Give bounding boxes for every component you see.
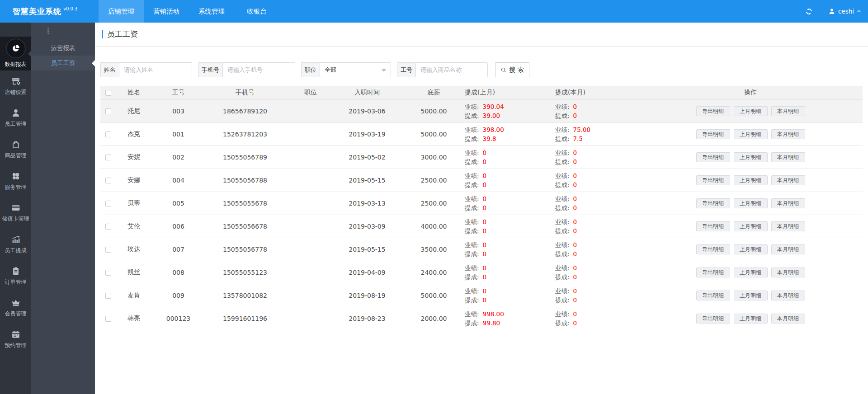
action-button-2[interactable]: 上月明细 xyxy=(734,152,768,162)
perf-value: 0 xyxy=(573,264,577,272)
sidebar-item-7[interactable]: 员工提成 xyxy=(0,229,31,260)
comm-label: 提成: xyxy=(465,112,479,119)
action-button-3[interactable]: 本月明细 xyxy=(771,267,805,277)
action-button-2[interactable]: 上月明细 xyxy=(734,314,768,324)
row-checkbox[interactable] xyxy=(105,155,111,160)
cell-commission-last: 业绩:0提成:0 xyxy=(458,169,548,192)
nav-tab-2[interactable]: 营销活动 xyxy=(144,0,189,23)
cell-commission-current: 业绩:75.00提成:7.5 xyxy=(548,122,638,145)
comm-value: 0 xyxy=(573,319,577,327)
action-button-2[interactable]: 上月明细 xyxy=(734,175,768,185)
action-button-1[interactable]: 导出明细 xyxy=(696,198,730,208)
menu-dots-icon[interactable] xyxy=(47,28,49,35)
nav-tab-1[interactable]: 店铺管理 xyxy=(99,0,144,23)
row-checkbox[interactable] xyxy=(105,293,111,299)
row-checkbox[interactable] xyxy=(105,224,111,230)
code-input[interactable] xyxy=(415,62,488,77)
position-select[interactable]: 全部 xyxy=(320,62,391,77)
row-checkbox[interactable] xyxy=(105,270,111,276)
sidebar-item-9[interactable]: 会员管理 xyxy=(0,292,31,324)
search-button[interactable]: 搜 索 xyxy=(495,62,529,77)
action-button-2[interactable]: 上月明细 xyxy=(734,244,768,254)
action-button-1[interactable]: 导出明细 xyxy=(696,106,730,116)
action-button-3[interactable]: 本月明细 xyxy=(771,106,805,116)
nav-tab-4[interactable]: 收银台 xyxy=(234,0,279,23)
sidebar-item-5[interactable]: 服务管理 xyxy=(0,165,31,197)
action-button-2[interactable]: 上月明细 xyxy=(734,221,768,231)
sidebar-item-4[interactable]: 商品管理 xyxy=(0,134,31,165)
column-header-2: 工号 xyxy=(164,86,193,99)
sidebar-item-1[interactable]: 数据报表 xyxy=(0,37,31,70)
action-button-3[interactable]: 本月明细 xyxy=(771,314,805,324)
name-input[interactable] xyxy=(119,62,192,77)
action-button-1[interactable]: 导出明细 xyxy=(696,221,730,231)
action-button-3[interactable]: 本月明细 xyxy=(771,291,805,300)
action-button-3[interactable]: 本月明细 xyxy=(771,198,805,208)
action-button-2[interactable]: 上月明细 xyxy=(734,267,768,277)
cell-hire-date: 2019-04-09 xyxy=(324,261,410,284)
sidebar-item-10[interactable]: 预约管理 xyxy=(0,324,31,355)
employee-table: 姓名工号手机号职位入职时间底薪提成(上月)提成(本月)操作 托尼00318656… xyxy=(100,86,863,330)
action-button-2[interactable]: 上月明细 xyxy=(734,106,768,116)
page-title: 员工工资 xyxy=(107,29,138,39)
row-checkbox[interactable] xyxy=(105,178,111,183)
cell-position xyxy=(297,238,324,261)
row-checkbox[interactable] xyxy=(105,108,111,114)
perf-label: 业绩: xyxy=(555,241,570,249)
sidebar-item-8[interactable]: 订单管理 xyxy=(0,260,31,292)
cell-salary: 3500.00 xyxy=(410,238,458,261)
comm-label: 提成: xyxy=(465,319,479,327)
row-checkbox-cell xyxy=(100,169,118,192)
perf-label: 业绩: xyxy=(465,172,479,179)
refresh-button[interactable] xyxy=(805,8,813,15)
cell-actions: 导出明细上月明细本月明细 xyxy=(638,307,863,330)
main-content: 员工工资 姓名 手机号 职位 全部 工号 xyxy=(95,23,868,394)
cell-name: 凯丝 xyxy=(118,261,164,284)
action-button-2[interactable]: 上月明细 xyxy=(734,291,768,300)
cell-phone: 15055056778 xyxy=(193,238,297,261)
action-button-1[interactable]: 导出明细 xyxy=(696,314,730,324)
comm-value: 0 xyxy=(483,158,487,165)
cell-name: 安妮 xyxy=(118,145,164,169)
row-checkbox[interactable] xyxy=(105,201,111,206)
phone-input[interactable] xyxy=(222,62,295,77)
submenu-item-1[interactable]: 运营报表 xyxy=(31,41,95,56)
sidebar-item-2[interactable]: 店铺设置 xyxy=(0,70,31,102)
user-menu[interactable]: ceshi xyxy=(828,8,862,15)
action-button-2[interactable]: 上月明细 xyxy=(734,198,768,208)
filter-name: 姓名 xyxy=(100,62,192,77)
cell-commission-last: 业绩:0提成:0 xyxy=(458,261,548,284)
action-button-1[interactable]: 导出明细 xyxy=(696,267,730,277)
sidebar-item-6[interactable]: 储值卡管理 xyxy=(0,197,31,229)
action-button-3[interactable]: 本月明细 xyxy=(771,244,805,254)
perf-label: 业绩: xyxy=(555,126,570,133)
perf-value: 0 xyxy=(483,241,487,249)
comm-value: 0 xyxy=(483,250,487,258)
comm-label: 提成: xyxy=(555,227,570,235)
topbar-right: ceshi xyxy=(805,0,868,23)
nav-tab-3[interactable]: 系统管理 xyxy=(189,0,234,23)
row-checkbox[interactable] xyxy=(105,131,111,137)
action-button-1[interactable]: 导出明细 xyxy=(696,129,730,139)
sidebar-item-3[interactable]: 员工管理 xyxy=(0,102,31,134)
sidebar-item-label: 商品管理 xyxy=(5,152,27,159)
action-button-1[interactable]: 导出明细 xyxy=(696,244,730,254)
action-button-3[interactable]: 本月明细 xyxy=(771,175,805,185)
action-button-2[interactable]: 上月明细 xyxy=(734,129,768,139)
comm-label: 提成: xyxy=(465,296,479,304)
action-button-3[interactable]: 本月明细 xyxy=(771,152,805,162)
action-button-1[interactable]: 导出明细 xyxy=(696,175,730,185)
cell-actions: 导出明细上月明细本月明细 xyxy=(638,145,863,169)
perf-value: 390.04 xyxy=(483,103,504,110)
action-button-1[interactable]: 导出明细 xyxy=(696,152,730,162)
cell-commission-last: 业绩:0提成:0 xyxy=(458,145,548,169)
comm-label: 提成: xyxy=(465,273,479,281)
submenu-item-2[interactable]: 员工工资 xyxy=(31,56,95,70)
row-checkbox[interactable] xyxy=(105,316,111,322)
cell-commission-last: 业绩:0提成:0 xyxy=(458,215,548,238)
select-all-checkbox[interactable] xyxy=(105,90,111,96)
action-button-1[interactable]: 导出明细 xyxy=(696,291,730,300)
row-checkbox[interactable] xyxy=(105,247,111,253)
action-button-3[interactable]: 本月明细 xyxy=(771,221,805,231)
action-button-3[interactable]: 本月明细 xyxy=(771,129,805,139)
